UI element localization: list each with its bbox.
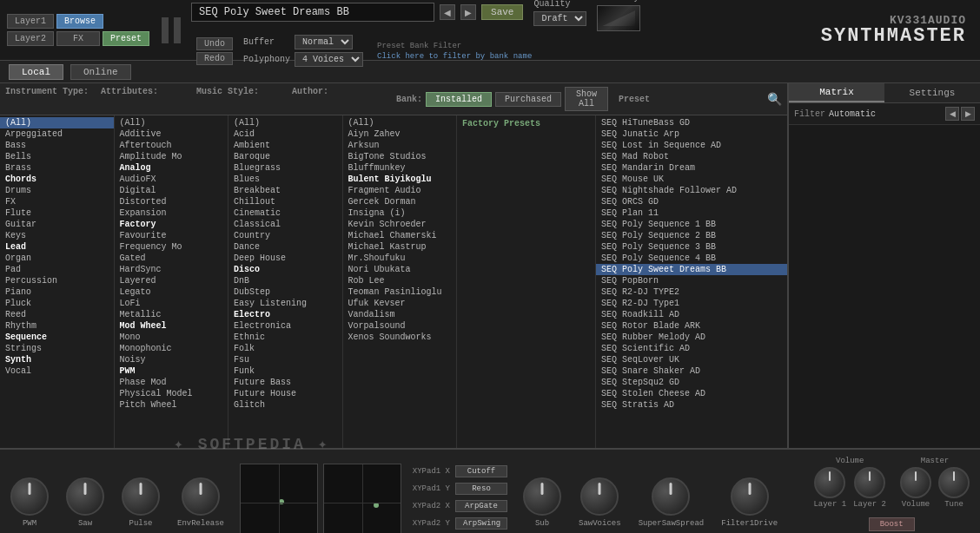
layer2-vol-knob[interactable] xyxy=(854,467,885,498)
redo-btn[interactable]: Redo xyxy=(196,52,233,65)
list-item[interactable]: DubStep xyxy=(228,286,342,298)
local-tab[interactable]: Local xyxy=(9,64,63,80)
list-item[interactable]: AudioFX xyxy=(115,174,228,185)
preset-item[interactable]: SEQ Poly Sequence 4 BB xyxy=(596,253,787,264)
list-item[interactable]: Lead xyxy=(0,241,114,253)
polyphony-dropdown[interactable]: 4 Voices xyxy=(295,52,363,67)
list-item[interactable]: Digital xyxy=(115,185,228,196)
list-item[interactable]: Synth xyxy=(0,354,114,365)
saw-voices-knob[interactable] xyxy=(580,477,619,516)
list-item[interactable]: Chords xyxy=(0,174,114,185)
list-item[interactable]: Ethnic xyxy=(228,332,342,343)
list-item[interactable]: Teoman Pasinlioglu xyxy=(343,286,457,298)
list-item[interactable]: Physical Model xyxy=(115,388,228,399)
preset-item[interactable]: SEQ Roadkill AD xyxy=(596,309,787,320)
list-item[interactable]: BigTone Studios xyxy=(343,151,457,162)
purchased-tab[interactable]: Purchased xyxy=(495,92,561,107)
quality-dropdown[interactable]: Draft xyxy=(533,11,586,26)
preset-item[interactable]: SEQ StepSqu2 GD xyxy=(596,377,787,388)
list-item[interactable]: Baroque xyxy=(228,151,342,162)
list-item[interactable]: Blues xyxy=(228,174,342,185)
list-item[interactable]: Flute xyxy=(0,207,114,219)
preset-item[interactable]: SEQ ORCS GD xyxy=(596,196,787,207)
list-item[interactable]: Phase Mod xyxy=(115,377,228,388)
filter-by-bank-text[interactable]: Click here to filter by bank name xyxy=(377,52,532,61)
list-item[interactable]: Chillout xyxy=(228,196,342,207)
preset-item[interactable]: SEQ R2-DJ TYPE2 xyxy=(596,286,787,298)
list-item[interactable]: Analog xyxy=(115,162,228,174)
list-item[interactable]: Strings xyxy=(0,343,114,354)
list-item[interactable]: Sequence xyxy=(0,332,114,343)
list-item[interactable]: LoFi xyxy=(115,298,228,309)
list-item[interactable]: Fragment Audio xyxy=(343,185,457,196)
preset-item[interactable]: SEQ Mandarin Dream xyxy=(596,162,787,174)
list-item[interactable]: Monophonic xyxy=(115,343,228,354)
list-item[interactable]: Kevin Schroeder xyxy=(343,219,457,230)
list-item[interactable]: Breakbeat xyxy=(228,185,342,196)
preset-next-btn[interactable]: ▶ xyxy=(460,4,476,20)
list-item[interactable]: Guitar xyxy=(0,219,114,230)
preset-item[interactable]: SEQ Poly Sequence 2 BB xyxy=(596,230,787,241)
list-item[interactable]: Michael Kastrup xyxy=(343,241,457,253)
preset-item[interactable]: SEQ Snare Shaker AD xyxy=(596,365,787,377)
list-item[interactable]: DnB xyxy=(228,275,342,286)
layer2-btn[interactable]: Layer2 xyxy=(7,31,54,46)
list-item[interactable]: Aftertouch xyxy=(115,140,228,151)
list-item[interactable]: Rhythm xyxy=(0,320,114,332)
preset-item[interactable]: SEQ Poly Sequence 3 BB xyxy=(596,241,787,253)
list-item[interactable]: Factory xyxy=(115,219,228,230)
list-item[interactable]: Piano xyxy=(0,286,114,298)
list-item[interactable]: Mono xyxy=(115,332,228,343)
super-saw-spread-knob[interactable] xyxy=(652,477,690,516)
boost-btn[interactable]: Boost xyxy=(869,517,915,531)
matrix-next-btn[interactable]: ▶ xyxy=(961,107,975,121)
preset-item-selected[interactable]: SEQ Poly Sweet Dreams BB xyxy=(596,264,787,275)
preset-item[interactable]: SEQ R2-DJ Type1 xyxy=(596,298,787,309)
matrix-prev-btn[interactable]: ◀ xyxy=(945,107,959,121)
list-item[interactable]: Acid xyxy=(228,128,342,140)
preset-item[interactable]: SEQ Poly Sequence 1 BB xyxy=(596,219,787,230)
list-item[interactable]: Future House xyxy=(228,388,342,399)
list-item[interactable]: Pitch Wheel xyxy=(115,399,228,411)
list-item[interactable]: Classical xyxy=(228,219,342,230)
list-item[interactable]: Aiyn Zahev xyxy=(343,128,457,140)
xy-pad1-x-btn[interactable]: Cutoff xyxy=(455,465,507,477)
list-item[interactable]: Cinematic xyxy=(228,207,342,219)
list-item[interactable]: (All) xyxy=(228,117,342,128)
list-item[interactable]: Dance xyxy=(228,241,342,253)
list-item[interactable]: Deep House xyxy=(228,253,342,264)
matrix-tab[interactable]: Matrix xyxy=(789,83,884,102)
list-item[interactable]: Future Bass xyxy=(228,377,342,388)
list-item[interactable]: Bluffmunkey xyxy=(343,162,457,174)
layer1-vol-knob[interactable] xyxy=(814,467,845,498)
pwm-knob[interactable] xyxy=(10,477,49,516)
list-item[interactable]: Electro xyxy=(228,309,342,320)
list-item[interactable]: Michael Chamerski xyxy=(343,230,457,241)
preset-item[interactable]: SEQ Rubber Melody AD xyxy=(596,332,787,343)
preset-item[interactable]: SEQ Nightshade Follower AD xyxy=(596,185,787,196)
tune-knob[interactable] xyxy=(938,467,970,498)
save-btn[interactable]: Save xyxy=(481,4,523,20)
preset-item[interactable]: SEQ Mouse UK xyxy=(596,174,787,185)
layer1-btn[interactable]: Layer1 xyxy=(7,14,54,29)
sub-knob[interactable] xyxy=(523,477,561,516)
list-item[interactable]: Folk xyxy=(228,343,342,354)
list-item[interactable]: Gated xyxy=(115,253,228,264)
list-item[interactable]: Brass xyxy=(0,162,114,174)
list-item[interactable]: Rob Lee xyxy=(343,275,457,286)
pulse-knob[interactable] xyxy=(122,477,160,516)
preset-item[interactable]: SEQ HiTuneBass GD xyxy=(596,117,787,128)
list-item[interactable]: Favourite xyxy=(115,230,228,241)
list-item[interactable]: Bells xyxy=(0,151,114,162)
buffer-dropdown[interactable]: Normal xyxy=(295,35,353,49)
list-item[interactable]: Nori Ubukata xyxy=(343,264,457,275)
factory-presets-label[interactable]: Factory Presets xyxy=(457,117,595,130)
list-item[interactable]: Electronica xyxy=(228,320,342,332)
list-item[interactable]: Disco xyxy=(228,264,342,275)
list-item[interactable]: Legato xyxy=(115,286,228,298)
online-tab[interactable]: Online xyxy=(70,64,131,80)
list-item[interactable]: FX xyxy=(0,196,114,207)
preset-name-input[interactable] xyxy=(191,3,434,22)
installed-tab[interactable]: Installed xyxy=(426,92,492,107)
preset-prev-btn[interactable]: ◀ xyxy=(440,4,455,20)
